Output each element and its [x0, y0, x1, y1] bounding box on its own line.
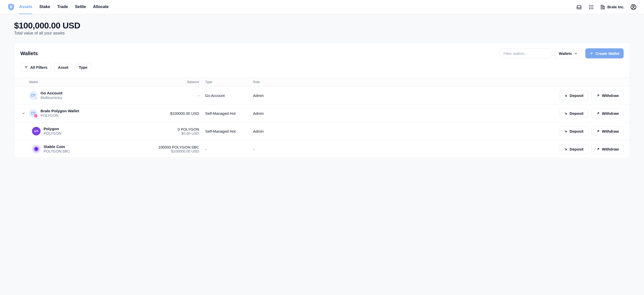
svg-point-9 [592, 8, 593, 9]
withdraw-button[interactable]: Withdraw [591, 108, 624, 118]
col-type: Type [205, 80, 253, 84]
wallet-role: Admin [253, 111, 298, 116]
org-name: Brale Inc. [607, 5, 624, 9]
svg-point-8 [591, 8, 592, 9]
deposit-button[interactable]: Deposit [559, 144, 588, 154]
wallet-row: Brale Polygon WalletPOLYGON$100000.00 US… [14, 104, 630, 122]
svg-point-20 [34, 114, 34, 114]
svg-point-1 [589, 5, 590, 6]
wallet-role: - [253, 147, 298, 151]
svg-point-13 [633, 6, 634, 7]
nav-tab-allocate[interactable]: Allocate [93, 0, 109, 14]
svg-point-2 [591, 5, 592, 6]
wallet-name: Go Account [41, 91, 62, 96]
arrow-up-right-icon [596, 112, 600, 115]
all-filters-label: All Filters [30, 65, 47, 69]
polygon-icon [32, 127, 41, 135]
wallet-icon [29, 91, 38, 100]
apps-grid-icon[interactable] [588, 4, 594, 10]
withdraw-button[interactable]: Withdraw [591, 126, 624, 136]
wallet-balance: 0 POLYGON$0.00 USD [130, 127, 205, 135]
withdraw-label: Withdraw [602, 129, 619, 133]
svg-point-4 [589, 7, 590, 8]
plus-icon [590, 51, 594, 55]
wallet-balance: $100000.00 USD [130, 111, 205, 116]
deposit-label: Deposit [570, 93, 584, 98]
withdraw-button[interactable]: Withdraw [591, 91, 624, 100]
brand-logo[interactable]: B [8, 4, 15, 11]
total-value: $100,000.00 USD [14, 21, 630, 30]
chevron-down-icon [21, 111, 25, 115]
deposit-label: Deposit [570, 129, 584, 133]
svg-point-7 [589, 8, 590, 9]
wallet-balance: 100000 POLYGON:SBC$100000.00 USD [130, 145, 205, 153]
wallet-row: Stable CoinPOLYGON:SBC100000 POLYGON:SBC… [14, 140, 630, 158]
wallet-name: Brale Polygon Wallet [41, 109, 79, 114]
create-wallet-label: Create Wallet [596, 51, 619, 56]
wallet-role: Admin [253, 93, 298, 98]
wallets-title: Wallets [20, 51, 38, 56]
wallet-row: Go AccountMulticurrency-Go AccountAdminD… [14, 87, 630, 104]
profile-icon[interactable] [630, 4, 636, 10]
svg-point-6 [592, 7, 593, 8]
nav-tab-stake[interactable]: Stake [39, 0, 50, 14]
wallet-subtext: POLYGON [44, 131, 61, 136]
building-icon [600, 5, 605, 10]
wallet-balance: - [130, 93, 205, 98]
svg-point-18 [34, 96, 34, 96]
asset-filter-chip[interactable]: Asset [54, 63, 72, 72]
arrow-down-right-icon [564, 129, 568, 133]
wallet-type: Self-Managed Hot [205, 129, 253, 133]
deposit-label: Deposit [570, 147, 584, 151]
wallet-icon [29, 109, 38, 118]
nav-tab-settle[interactable]: Settle [75, 0, 86, 14]
type-filter-label: Type [79, 65, 87, 69]
col-role: Role [253, 80, 298, 84]
inbox-icon[interactable] [576, 4, 582, 10]
wallet-role: Admin [253, 129, 298, 133]
withdraw-label: Withdraw [602, 93, 619, 98]
withdraw-label: Withdraw [602, 147, 619, 151]
deposit-button[interactable]: Deposit [559, 91, 588, 100]
filter-icon [24, 65, 28, 69]
wallets-scope-button[interactable]: Wallets [555, 48, 582, 58]
nav-tab-trade[interactable]: Trade [57, 0, 68, 14]
arrow-down-right-icon [564, 147, 568, 151]
svg-point-3 [592, 5, 593, 6]
create-wallet-button[interactable]: Create Wallet [585, 48, 624, 58]
arrow-up-right-icon [596, 129, 600, 133]
wallet-type: Go Account [205, 93, 253, 98]
svg-rect-11 [603, 6, 604, 9]
expand-toggle[interactable] [20, 110, 26, 116]
wallet-subtext: POLYGON:SBC [44, 149, 70, 154]
arrow-up-right-icon [596, 94, 600, 97]
wallet-row: PolygonPOLYGON0 POLYGON$0.00 USDSelf-Man… [14, 122, 630, 140]
chevron-down-icon [574, 52, 578, 55]
wallet-name: Polygon [44, 127, 61, 131]
wallet-type: Self-Managed Hot [205, 111, 253, 116]
svg-rect-17 [31, 94, 35, 97]
svg-rect-19 [31, 112, 35, 115]
type-filter-chip[interactable]: Type [75, 63, 91, 72]
svg-point-5 [591, 7, 592, 8]
withdraw-label: Withdraw [602, 111, 619, 116]
nav-tab-assets[interactable]: Assets [19, 0, 32, 14]
col-balance: Balance [130, 80, 205, 84]
all-filters-chip[interactable]: All Filters [20, 63, 51, 72]
col-wallet: Wallet [29, 80, 130, 84]
arrow-up-right-icon [596, 147, 600, 151]
svg-text:B: B [10, 5, 12, 9]
wallet-name: Stable Coin [44, 144, 70, 149]
filter-wallets-input[interactable] [500, 48, 551, 58]
deposit-button[interactable]: Deposit [559, 126, 588, 136]
org-switcher[interactable]: Brale Inc. [600, 5, 624, 10]
deposit-button[interactable]: Deposit [559, 108, 588, 118]
wallets-scope-label: Wallets [559, 51, 572, 56]
wallet-subtext: POLYGON [41, 114, 79, 118]
withdraw-button[interactable]: Withdraw [591, 144, 624, 154]
arrow-down-right-icon [564, 112, 568, 115]
asset-filter-label: Asset [58, 65, 68, 69]
arrow-down-right-icon [564, 94, 568, 97]
total-value-subtitle: Total value of all your assets [14, 31, 630, 35]
wallet-type: - [205, 147, 253, 151]
